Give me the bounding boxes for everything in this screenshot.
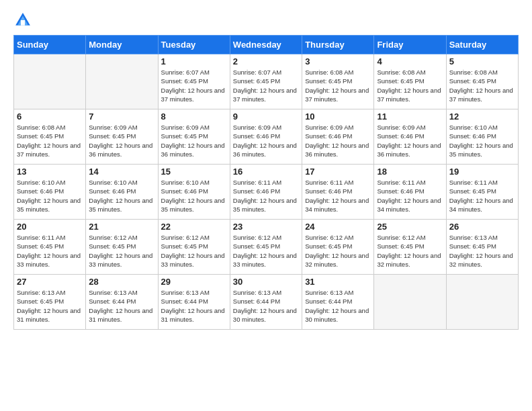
day-info: Sunrise: 6:08 AMSunset: 6:45 PMDaylight:… <box>377 68 443 103</box>
day-info: Sunrise: 6:10 AMSunset: 6:46 PMDaylight:… <box>161 178 227 214</box>
calendar-cell: 13Sunrise: 6:10 AMSunset: 6:46 PMDayligh… <box>14 165 86 220</box>
day-info: Sunrise: 6:13 AMSunset: 6:44 PMDaylight:… <box>305 288 371 324</box>
column-header-thursday: Thursday <box>302 36 374 54</box>
calendar-cell: 12Sunrise: 6:10 AMSunset: 6:46 PMDayligh… <box>446 109 518 165</box>
calendar-cell: 11Sunrise: 6:09 AMSunset: 6:46 PMDayligh… <box>374 109 446 165</box>
day-number: 13 <box>17 167 83 177</box>
calendar-table: SundayMondayTuesdayWednesdayThursdayFrid… <box>13 35 519 330</box>
calendar-cell: 15Sunrise: 6:10 AMSunset: 6:46 PMDayligh… <box>158 165 230 220</box>
calendar-cell: 22Sunrise: 6:12 AMSunset: 6:45 PMDayligh… <box>158 220 230 275</box>
day-info: Sunrise: 6:10 AMSunset: 6:46 PMDaylight:… <box>17 178 83 214</box>
calendar-cell: 14Sunrise: 6:10 AMSunset: 6:46 PMDayligh… <box>86 165 158 220</box>
day-info: Sunrise: 6:07 AMSunset: 6:45 PMDaylight:… <box>233 68 299 103</box>
day-info: Sunrise: 6:12 AMSunset: 6:45 PMDaylight:… <box>161 233 227 269</box>
calendar-cell: 4Sunrise: 6:08 AMSunset: 6:45 PMDaylight… <box>374 54 446 109</box>
day-number: 21 <box>89 222 154 232</box>
column-header-sunday: Sunday <box>14 36 86 54</box>
day-number: 16 <box>233 167 299 177</box>
svg-rect-2 <box>21 20 25 26</box>
day-info: Sunrise: 6:10 AMSunset: 6:46 PMDaylight:… <box>89 178 154 214</box>
calendar-cell: 26Sunrise: 6:13 AMSunset: 6:45 PMDayligh… <box>446 220 518 275</box>
logo <box>13 11 35 30</box>
day-number: 12 <box>449 111 515 122</box>
day-info: Sunrise: 6:13 AMSunset: 6:45 PMDaylight:… <box>449 233 515 269</box>
calendar-cell: 24Sunrise: 6:12 AMSunset: 6:45 PMDayligh… <box>302 220 374 275</box>
calendar-cell: 19Sunrise: 6:11 AMSunset: 6:45 PMDayligh… <box>446 165 518 220</box>
day-info: Sunrise: 6:11 AMSunset: 6:46 PMDaylight:… <box>233 178 299 214</box>
calendar-cell: 20Sunrise: 6:11 AMSunset: 6:45 PMDayligh… <box>14 220 86 275</box>
calendar-cell: 2Sunrise: 6:07 AMSunset: 6:45 PMDaylight… <box>230 54 302 109</box>
day-info: Sunrise: 6:08 AMSunset: 6:45 PMDaylight:… <box>449 68 515 103</box>
calendar-week-row: 13Sunrise: 6:10 AMSunset: 6:46 PMDayligh… <box>14 165 519 220</box>
day-info: Sunrise: 6:12 AMSunset: 6:45 PMDaylight:… <box>305 233 371 269</box>
calendar-cell: 1Sunrise: 6:07 AMSunset: 6:45 PMDaylight… <box>158 54 230 109</box>
day-info: Sunrise: 6:10 AMSunset: 6:46 PMDaylight:… <box>449 123 515 158</box>
day-number: 7 <box>89 111 154 122</box>
day-info: Sunrise: 6:07 AMSunset: 6:45 PMDaylight:… <box>161 68 227 103</box>
calendar-cell: 17Sunrise: 6:11 AMSunset: 6:46 PMDayligh… <box>302 165 374 220</box>
day-number: 22 <box>161 222 227 232</box>
day-info: Sunrise: 6:12 AMSunset: 6:45 PMDaylight:… <box>233 233 299 269</box>
day-number: 27 <box>17 277 83 287</box>
day-info: Sunrise: 6:09 AMSunset: 6:45 PMDaylight:… <box>161 123 227 158</box>
column-header-wednesday: Wednesday <box>230 36 302 54</box>
day-info: Sunrise: 6:13 AMSunset: 6:44 PMDaylight:… <box>89 288 154 324</box>
day-number: 23 <box>233 222 299 232</box>
day-number: 24 <box>305 222 371 232</box>
day-number: 28 <box>89 277 154 287</box>
day-number: 9 <box>233 111 299 122</box>
calendar-week-row: 6Sunrise: 6:08 AMSunset: 6:45 PMDaylight… <box>14 109 519 165</box>
day-number: 18 <box>377 167 443 177</box>
day-number: 26 <box>449 222 515 232</box>
calendar-cell: 6Sunrise: 6:08 AMSunset: 6:45 PMDaylight… <box>14 109 86 165</box>
day-number: 29 <box>161 277 227 287</box>
calendar-cell <box>86 54 158 109</box>
day-info: Sunrise: 6:13 AMSunset: 6:44 PMDaylight:… <box>233 288 299 324</box>
column-header-friday: Friday <box>374 36 446 54</box>
calendar-cell: 23Sunrise: 6:12 AMSunset: 6:45 PMDayligh… <box>230 220 302 275</box>
day-info: Sunrise: 6:12 AMSunset: 6:45 PMDaylight:… <box>89 233 154 269</box>
calendar-cell: 8Sunrise: 6:09 AMSunset: 6:45 PMDaylight… <box>158 109 230 165</box>
column-header-monday: Monday <box>86 36 158 54</box>
day-number: 30 <box>233 277 299 287</box>
logo-icon <box>13 11 32 30</box>
calendar-cell: 25Sunrise: 6:12 AMSunset: 6:45 PMDayligh… <box>374 220 446 275</box>
day-info: Sunrise: 6:13 AMSunset: 6:44 PMDaylight:… <box>161 288 227 324</box>
calendar-cell <box>446 275 518 330</box>
day-info: Sunrise: 6:11 AMSunset: 6:45 PMDaylight:… <box>449 178 515 214</box>
day-number: 31 <box>305 277 371 287</box>
day-number: 10 <box>305 111 371 122</box>
day-number: 15 <box>161 167 227 177</box>
day-number: 2 <box>233 56 299 66</box>
day-number: 11 <box>377 111 443 122</box>
day-info: Sunrise: 6:12 AMSunset: 6:45 PMDaylight:… <box>377 233 443 269</box>
day-number: 4 <box>377 56 443 66</box>
day-number: 5 <box>449 56 515 66</box>
calendar-cell: 21Sunrise: 6:12 AMSunset: 6:45 PMDayligh… <box>86 220 158 275</box>
day-info: Sunrise: 6:11 AMSunset: 6:46 PMDaylight:… <box>305 178 371 214</box>
day-info: Sunrise: 6:11 AMSunset: 6:45 PMDaylight:… <box>17 233 83 269</box>
day-number: 8 <box>161 111 227 122</box>
day-info: Sunrise: 6:09 AMSunset: 6:46 PMDaylight:… <box>233 123 299 158</box>
calendar-week-row: 27Sunrise: 6:13 AMSunset: 6:45 PMDayligh… <box>14 275 519 330</box>
day-number: 19 <box>449 167 515 177</box>
calendar-cell <box>14 54 86 109</box>
day-info: Sunrise: 6:11 AMSunset: 6:46 PMDaylight:… <box>377 178 443 214</box>
calendar-week-row: 20Sunrise: 6:11 AMSunset: 6:45 PMDayligh… <box>14 220 519 275</box>
calendar-cell: 10Sunrise: 6:09 AMSunset: 6:46 PMDayligh… <box>302 109 374 165</box>
calendar-cell: 7Sunrise: 6:09 AMSunset: 6:45 PMDaylight… <box>86 109 158 165</box>
calendar-cell: 31Sunrise: 6:13 AMSunset: 6:44 PMDayligh… <box>302 275 374 330</box>
calendar-cell: 27Sunrise: 6:13 AMSunset: 6:45 PMDayligh… <box>14 275 86 330</box>
calendar-week-row: 1Sunrise: 6:07 AMSunset: 6:45 PMDaylight… <box>14 54 519 109</box>
day-number: 6 <box>17 111 83 122</box>
day-number: 17 <box>305 167 371 177</box>
column-header-saturday: Saturday <box>446 36 518 54</box>
calendar-cell: 29Sunrise: 6:13 AMSunset: 6:44 PMDayligh… <box>158 275 230 330</box>
day-number: 1 <box>161 56 227 66</box>
page-header <box>13 11 519 30</box>
calendar-cell: 30Sunrise: 6:13 AMSunset: 6:44 PMDayligh… <box>230 275 302 330</box>
calendar-cell: 28Sunrise: 6:13 AMSunset: 6:44 PMDayligh… <box>86 275 158 330</box>
calendar-cell: 5Sunrise: 6:08 AMSunset: 6:45 PMDaylight… <box>446 54 518 109</box>
day-info: Sunrise: 6:09 AMSunset: 6:45 PMDaylight:… <box>89 123 154 158</box>
calendar-cell: 16Sunrise: 6:11 AMSunset: 6:46 PMDayligh… <box>230 165 302 220</box>
